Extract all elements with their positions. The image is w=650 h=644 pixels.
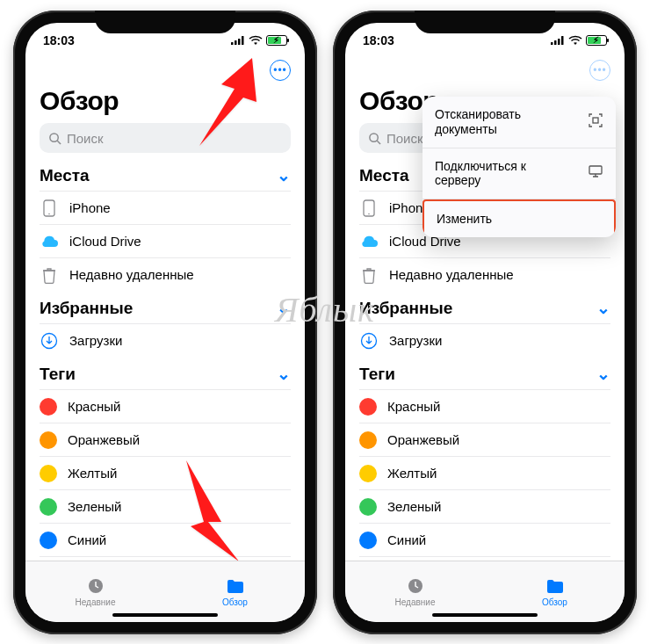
svg-rect-22 — [589, 166, 602, 174]
tag-blue[interactable]: Синий — [359, 523, 610, 556]
svg-rect-0 — [231, 42, 234, 45]
chevron-down-icon: ⌄ — [596, 364, 610, 384]
tag-red[interactable]: Красный — [40, 389, 291, 423]
svg-line-17 — [377, 141, 380, 144]
download-icon — [40, 332, 59, 350]
notch — [95, 11, 235, 33]
chevron-down-icon: ⌄ — [596, 298, 610, 318]
chevron-down-icon: ⌄ — [277, 165, 291, 185]
place-icloud[interactable]: iCloud Drive — [40, 224, 291, 257]
svg-point-4 — [50, 133, 58, 141]
tag-dot-icon — [359, 498, 377, 516]
section-header-tags[interactable]: Теги ⌄ — [40, 364, 291, 384]
tag-purple[interactable]: Лиловый — [359, 556, 610, 561]
trash-icon — [40, 266, 59, 284]
chevron-down-icon: ⌄ — [277, 298, 291, 318]
phone-right: 18:03 ⚡︎ ••• Обзор Поиск Места⌄ iPhone i… — [333, 11, 637, 634]
status-time: 18:03 — [363, 33, 394, 47]
search-placeholder: Поиск — [67, 131, 104, 146]
svg-rect-2 — [238, 39, 241, 45]
scan-icon — [588, 112, 603, 132]
phone-icon — [40, 199, 59, 217]
phone-icon — [359, 199, 379, 217]
status-time: 18:03 — [43, 33, 75, 47]
annotation-arrow — [173, 58, 270, 158]
wifi-icon — [568, 35, 582, 46]
favorite-downloads[interactable]: Загрузки — [40, 323, 291, 357]
context-menu: Отсканировать документы Подключиться к с… — [422, 97, 616, 237]
trash-icon — [359, 266, 379, 284]
tag-yellow[interactable]: Желтый — [359, 456, 610, 489]
svg-rect-13 — [554, 40, 557, 45]
svg-line-5 — [57, 141, 61, 144]
battery-icon: ⚡︎ — [266, 35, 287, 46]
favorite-downloads[interactable]: Загрузки — [359, 323, 610, 357]
search-icon — [368, 132, 381, 145]
more-button[interactable]: ••• — [270, 60, 291, 81]
battery-icon: ⚡︎ — [586, 35, 607, 46]
menu-edit[interactable]: Изменить — [422, 199, 616, 237]
menu-scan-documents[interactable]: Отсканировать документы — [422, 97, 616, 148]
annotation-arrow — [160, 452, 256, 561]
tag-green[interactable]: Зеленый — [359, 489, 610, 523]
place-trash[interactable]: Недавно удаленные — [40, 257, 291, 291]
download-icon — [359, 332, 379, 350]
tag-red[interactable]: Красный — [359, 389, 610, 423]
tag-dot-icon — [40, 398, 57, 416]
cloud-icon — [40, 235, 59, 248]
svg-rect-12 — [551, 42, 553, 45]
tag-dot-icon — [40, 465, 57, 482]
tag-orange[interactable]: Оранжевый — [359, 423, 610, 456]
svg-point-16 — [370, 133, 378, 141]
tag-dot-icon — [359, 465, 377, 482]
menu-connect-server[interactable]: Подключиться к серверу — [422, 148, 616, 200]
section-header-favorites[interactable]: Избранные⌄ — [359, 298, 610, 318]
tag-dot-icon — [359, 398, 377, 416]
svg-rect-21 — [593, 118, 598, 123]
svg-rect-3 — [242, 36, 244, 45]
clock-icon — [85, 576, 106, 596]
search-placeholder: Поиск — [386, 131, 423, 146]
tag-dot-icon — [359, 431, 377, 449]
section-header-tags[interactable]: Теги⌄ — [359, 364, 610, 384]
phone-left: 18:03 ⚡︎ ••• Обзор Поиск Места ⌄ — [13, 11, 317, 634]
wifi-icon — [249, 35, 263, 46]
tag-dot-icon — [40, 498, 57, 516]
cloud-icon — [359, 235, 379, 248]
place-trash[interactable]: Недавно удаленные — [359, 257, 610, 291]
svg-point-7 — [48, 213, 50, 214]
chevron-down-icon: ⌄ — [277, 364, 291, 384]
server-icon — [588, 164, 603, 182]
tag-dot-icon — [359, 532, 377, 549]
home-indicator — [432, 613, 538, 617]
cellular-icon — [231, 36, 245, 45]
search-icon — [48, 132, 61, 145]
cellular-icon — [551, 36, 565, 45]
svg-rect-15 — [561, 36, 564, 45]
place-iphone[interactable]: iPhone — [40, 191, 291, 224]
svg-rect-14 — [558, 39, 560, 45]
folder-icon — [545, 576, 566, 596]
folder-icon — [225, 576, 246, 596]
section-header-favorites[interactable]: Избранные ⌄ — [40, 298, 291, 318]
tag-dot-icon — [40, 431, 57, 449]
svg-marker-10 — [186, 460, 239, 561]
svg-marker-9 — [199, 58, 256, 146]
tag-dot-icon — [40, 532, 57, 549]
home-indicator — [112, 613, 218, 617]
notch — [415, 11, 555, 33]
svg-point-19 — [368, 213, 370, 214]
clock-icon — [405, 576, 426, 596]
section-header-places[interactable]: Места ⌄ — [40, 165, 291, 185]
svg-rect-1 — [235, 40, 237, 45]
more-button[interactable]: ••• — [589, 60, 610, 81]
